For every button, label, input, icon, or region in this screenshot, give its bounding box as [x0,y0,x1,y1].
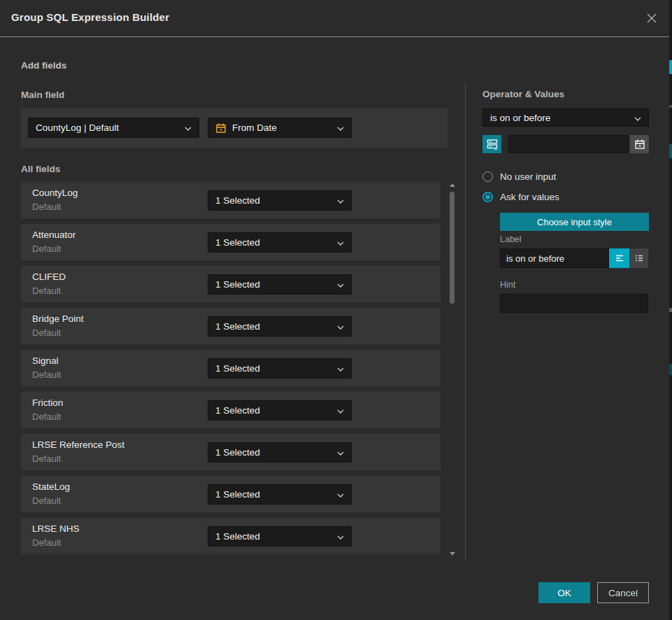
field-name: CLIFED [32,272,66,282]
chevron-down-icon [337,363,344,374]
field-value-select[interactable]: 1 Selected [208,358,352,379]
chevron-down-icon [337,279,344,290]
chevron-down-icon [337,195,344,206]
chevron-down-icon [185,122,192,133]
date-value-input[interactable] [508,135,629,153]
field-source: Default [32,453,61,464]
field-value-select[interactable]: 1 Selected [208,442,352,463]
scroll-down-arrow-icon[interactable] [450,552,455,556]
date-picker-button[interactable] [630,135,649,153]
field-row: LRSE NHS Default 1 Selected [21,518,441,554]
hint-input[interactable] [500,294,648,313]
field-value-select-value: 1 Selected [215,363,333,374]
field-value-select[interactable]: 1 Selected [208,190,352,211]
field-name: Friction [32,397,63,408]
radio-no-user-input-label: No user input [500,171,556,182]
chevron-down-icon [337,489,344,500]
all-fields-label: All fields [21,164,60,174]
chevron-down-icon [337,447,344,458]
field-value-select-value: 1 Selected [215,237,333,248]
operator-select[interactable]: is on or before [482,108,649,127]
field-row: CountyLog Default 1 Selected [21,182,441,218]
field-name: LRSE Reference Post [32,439,124,450]
field-value-select[interactable]: 1 Selected [208,232,352,253]
field-value-select[interactable]: 1 Selected [208,316,352,337]
scrollbar-thumb[interactable] [450,192,455,304]
field-value-select[interactable]: 1 Selected [208,400,352,421]
field-value-select-value: 1 Selected [215,447,333,458]
add-fields-heading: Add fields [21,60,66,71]
panel-divider [465,83,466,560]
field-row: Friction Default 1 Selected [21,392,441,428]
title-separator [0,36,672,37]
dialog-title: Group SQL Expression Builder [11,11,169,23]
field-value-select[interactable]: 1 Selected [208,526,352,547]
single-line-toggle-button[interactable] [609,248,629,268]
ok-button[interactable]: OK [538,582,590,603]
main-field-label: Main field [21,90,64,100]
field-row: Bridge Point Default 1 Selected [21,308,441,344]
align-left-icon [614,253,625,264]
group-sql-expression-builder-dialog: Group SQL Expression Builder Add fields … [0,0,672,620]
scroll-up-arrow-icon[interactable] [450,183,455,187]
field-source: Default [32,411,61,422]
field-value-select-value: 1 Selected [215,279,333,290]
calendar-icon [634,139,645,150]
main-layer-select[interactable]: CountyLog | Default [28,118,199,138]
field-row: CLIFED Default 1 Selected [21,266,441,302]
field-source: Default [32,244,61,254]
radio-circle-selected [482,192,493,202]
label-input[interactable] [500,248,609,268]
all-fields-list: CountyLog Default 1 Selected Attenuator … [21,182,441,554]
calendar-icon [215,122,227,134]
chevron-down-icon [634,113,641,123]
field-source: Default [32,537,61,548]
field-row: Attenuator Default 1 Selected [21,224,441,260]
choose-input-style-button[interactable]: Choose input style [500,213,649,231]
field-row: LRSE Reference Post Default 1 Selected [21,434,441,470]
radio-no-user-input[interactable]: No user input [482,171,556,182]
background-app-edge [669,0,672,620]
field-source: Default [32,369,61,380]
field-row: Signal Default 1 Selected [21,350,441,386]
field-source: Default [32,202,61,212]
field-name: StateLog [32,481,70,492]
operator-select-value: is on or before [490,113,630,123]
hint-caption: Hint [500,280,515,290]
close-button[interactable] [644,10,659,26]
list-scrollbar[interactable] [448,182,455,557]
field-source: Default [32,286,61,296]
field-value-select[interactable]: 1 Selected [208,484,352,505]
field-source: Default [32,327,61,338]
field-name: Attenuator [32,230,76,240]
field-value-select-value: 1 Selected [215,195,333,206]
field-name: Bridge Point [32,313,84,324]
field-name: LRSE NHS [32,523,80,534]
operator-values-heading: Operator & Values [482,89,564,99]
cancel-button[interactable]: Cancel [597,582,649,603]
field-value-select-value: 1 Selected [215,405,333,416]
chevron-down-icon [337,405,344,416]
main-field-select-value: From Date [232,122,333,133]
radio-circle-unselected [482,171,493,182]
field-value-select[interactable]: 1 Selected [208,274,352,295]
chevron-down-icon [337,122,344,133]
field-value-select-value: 1 Selected [215,531,333,542]
main-field-select[interactable]: From Date [208,118,352,138]
unique-values-button[interactable] [482,135,501,153]
chevron-down-icon [337,237,344,248]
radio-ask-for-values[interactable]: Ask for values [482,192,559,202]
field-source: Default [32,495,61,506]
dialog-titlebar: Group SQL Expression Builder [0,0,672,36]
label-caption: Label [500,234,522,244]
field-name: Signal [32,355,59,366]
radio-ask-for-values-label: Ask for values [500,192,559,202]
field-value-select-value: 1 Selected [215,489,333,500]
chevron-down-icon [337,321,344,332]
field-value-select-value: 1 Selected [215,321,333,332]
main-layer-select-value: CountyLog | Default [36,122,180,133]
field-name: CountyLog [32,188,78,198]
chevron-down-icon [337,531,344,542]
close-icon [645,12,658,24]
bullet-list-toggle-button[interactable] [629,248,648,268]
